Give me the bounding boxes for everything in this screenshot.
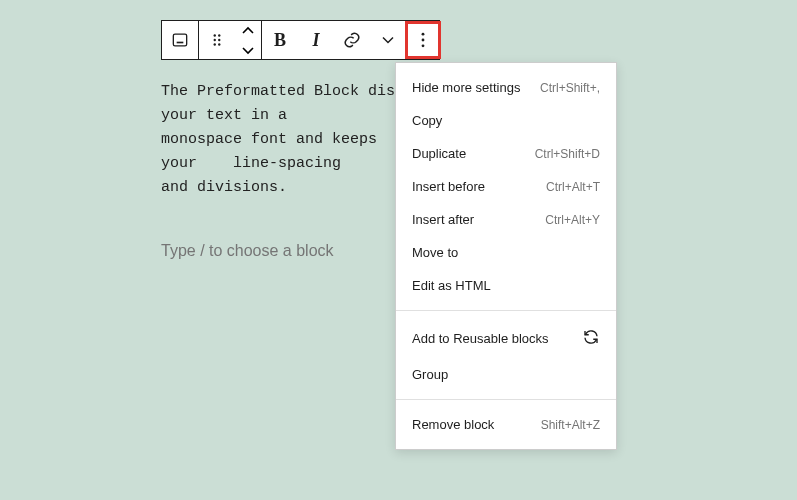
menu-item-shortcut: Shift+Alt+Z — [541, 418, 600, 432]
menu-group[interactable]: Group — [396, 358, 616, 391]
more-options-icon — [413, 30, 433, 50]
drag-handle-button[interactable] — [199, 21, 235, 59]
menu-move-to[interactable]: Move to — [396, 236, 616, 269]
block-toolbar: B I — [161, 20, 440, 60]
more-rich-text-button[interactable] — [370, 21, 406, 59]
menu-insert-before[interactable]: Insert before Ctrl+Alt+T — [396, 170, 616, 203]
toolbar-group-movers — [199, 21, 262, 59]
svg-point-7 — [218, 43, 220, 45]
menu-edit-as-html[interactable]: Edit as HTML — [396, 269, 616, 302]
menu-remove-block[interactable]: Remove block Shift+Alt+Z — [396, 408, 616, 441]
menu-item-label: Insert before — [412, 179, 485, 194]
svg-point-3 — [218, 34, 220, 36]
block-movers — [235, 21, 261, 59]
menu-item-label: Copy — [412, 113, 442, 128]
menu-item-label: Edit as HTML — [412, 278, 491, 293]
menu-add-reusable[interactable]: Add to Reusable blocks — [396, 319, 616, 358]
chevron-down-icon — [241, 45, 255, 55]
move-down-button[interactable] — [235, 40, 261, 59]
menu-copy[interactable]: Copy — [396, 104, 616, 137]
menu-hide-more-settings[interactable]: Hide more settings Ctrl+Shift+, — [396, 71, 616, 104]
menu-item-shortcut: Ctrl+Shift+D — [535, 147, 600, 161]
svg-rect-1 — [177, 42, 184, 44]
move-up-button[interactable] — [235, 21, 261, 40]
refresh-icon — [582, 328, 600, 349]
menu-item-label: Duplicate — [412, 146, 466, 161]
svg-point-2 — [214, 34, 216, 36]
more-options-button[interactable] — [405, 21, 441, 59]
menu-item-label: Group — [412, 367, 448, 382]
block-type-button[interactable] — [162, 21, 198, 59]
preformatted-block-icon — [170, 30, 190, 50]
menu-item-shortcut: Ctrl+Shift+, — [540, 81, 600, 95]
drag-handle-icon — [208, 31, 226, 49]
menu-item-shortcut: Ctrl+Alt+Y — [545, 213, 600, 227]
menu-item-label: Hide more settings — [412, 80, 520, 95]
svg-point-6 — [214, 43, 216, 45]
menu-item-label: Move to — [412, 245, 458, 260]
svg-point-8 — [422, 33, 425, 36]
menu-duplicate[interactable]: Duplicate Ctrl+Shift+D — [396, 137, 616, 170]
block-options-menu: Hide more settings Ctrl+Shift+, Copy Dup… — [395, 62, 617, 450]
menu-section-2: Add to Reusable blocks Group — [396, 311, 616, 400]
svg-point-9 — [422, 39, 425, 42]
menu-item-label: Insert after — [412, 212, 474, 227]
svg-point-4 — [214, 39, 216, 41]
chevron-down-icon — [378, 30, 398, 50]
toolbar-group-formatting: B I — [262, 21, 407, 59]
menu-item-shortcut: Ctrl+Alt+T — [546, 180, 600, 194]
link-button[interactable] — [334, 21, 370, 59]
svg-point-5 — [218, 39, 220, 41]
menu-section-1: Hide more settings Ctrl+Shift+, Copy Dup… — [396, 63, 616, 311]
menu-item-label: Remove block — [412, 417, 494, 432]
menu-item-label: Add to Reusable blocks — [412, 331, 549, 346]
toolbar-group-options — [407, 21, 439, 59]
toolbar-group-block-type — [162, 21, 199, 59]
italic-button[interactable]: I — [298, 21, 334, 59]
bold-button[interactable]: B — [262, 21, 298, 59]
menu-section-3: Remove block Shift+Alt+Z — [396, 400, 616, 449]
link-icon — [342, 30, 362, 50]
svg-point-10 — [422, 44, 425, 47]
chevron-up-icon — [241, 26, 255, 36]
menu-insert-after[interactable]: Insert after Ctrl+Alt+Y — [396, 203, 616, 236]
svg-rect-0 — [173, 34, 186, 46]
